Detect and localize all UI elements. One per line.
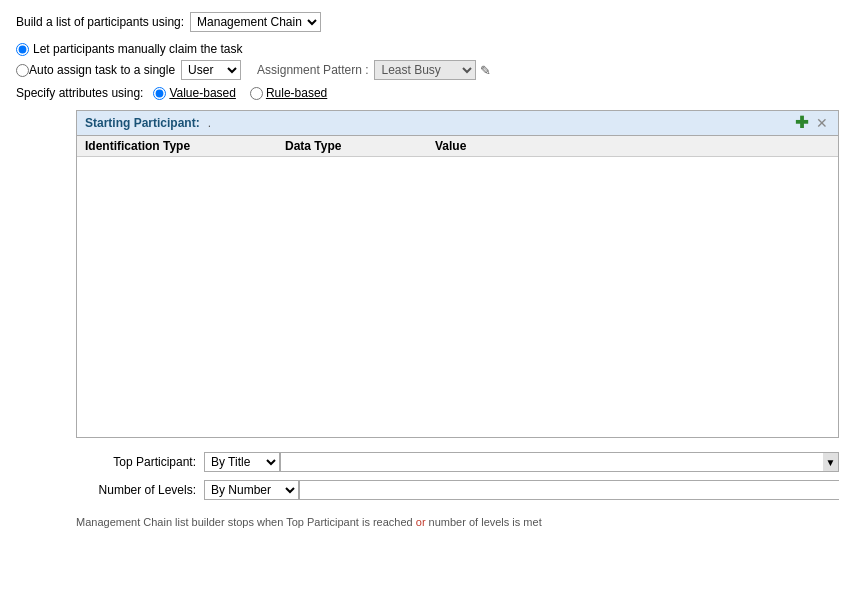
num-levels-input[interactable] (299, 480, 839, 500)
panel-header: Starting Participant: . ✚ ✕ (77, 111, 838, 136)
manually-row: Let participants manually claim the task (16, 42, 843, 56)
num-levels-select[interactable]: By Number By Condition (204, 480, 299, 500)
auto-radio[interactable] (16, 64, 29, 77)
manually-label[interactable]: Let participants manually claim the task (33, 42, 242, 56)
rule-based-radio[interactable] (250, 87, 263, 100)
specify-row: Specify attributes using: Value-based Ru… (16, 86, 843, 100)
num-levels-label: Number of Levels: (76, 483, 196, 497)
panel-body (77, 157, 838, 437)
num-levels-row: Number of Levels: By Number By Condition (76, 480, 839, 500)
specify-label: Specify attributes using: (16, 86, 143, 100)
col-data-header: Data Type (285, 139, 435, 153)
top-participant-select[interactable]: By Title By Role By Name (204, 452, 280, 472)
radio-section: Let participants manually claim the task… (16, 42, 843, 80)
starting-participant-panel: Starting Participant: . ✚ ✕ Identificati… (76, 110, 839, 438)
value-based-radio[interactable] (153, 87, 166, 100)
bottom-section: Top Participant: By Title By Role By Nam… (76, 452, 839, 500)
assignment-pattern-select[interactable]: Least Busy Round Robin First Available (374, 60, 476, 80)
panel-header-left: Starting Participant: . (85, 116, 219, 130)
top-participant-input-wrap: ▼ (280, 452, 839, 472)
value-based-label[interactable]: Value-based (169, 86, 236, 100)
build-label: Build a list of participants using: (16, 15, 184, 29)
top-participant-label: Top Participant: (76, 455, 196, 469)
top-participant-row: Top Participant: By Title By Role By Nam… (76, 452, 839, 472)
auto-label[interactable]: Auto assign task to a single (29, 63, 175, 77)
footer-text-end: number of levels is met (426, 516, 542, 528)
top-participant-dropdown-arrow[interactable]: ▼ (823, 452, 839, 472)
footer-text-start: Management Chain list builder stops when… (76, 516, 416, 528)
auto-row: Auto assign task to a single User Group … (16, 60, 843, 80)
add-button[interactable]: ✚ (793, 115, 810, 131)
panel-title: Starting Participant: (85, 116, 200, 130)
value-based-option[interactable]: Value-based (153, 86, 236, 100)
panel-dot: . (208, 116, 211, 130)
build-row: Build a list of participants using: Mana… (16, 12, 843, 32)
num-levels-input-wrap (299, 480, 839, 500)
footer-text-or: or (416, 516, 426, 528)
col-value-header: Value (435, 139, 830, 153)
panel-actions: ✚ ✕ (793, 115, 830, 131)
top-participant-input[interactable] (280, 452, 823, 472)
panel-columns: Identification Type Data Type Value (77, 136, 838, 157)
edit-icon[interactable]: ✎ (480, 63, 491, 78)
close-button[interactable]: ✕ (814, 115, 830, 131)
col-id-header: Identification Type (85, 139, 285, 153)
assignment-pattern-label: Assignment Pattern : (257, 63, 368, 77)
rule-based-label[interactable]: Rule-based (266, 86, 327, 100)
manually-radio[interactable] (16, 43, 29, 56)
build-select[interactable]: Management Chain (190, 12, 321, 32)
footer-note: Management Chain list builder stops when… (76, 516, 843, 528)
auto-select[interactable]: User Group Role (181, 60, 241, 80)
rule-based-option[interactable]: Rule-based (250, 86, 327, 100)
